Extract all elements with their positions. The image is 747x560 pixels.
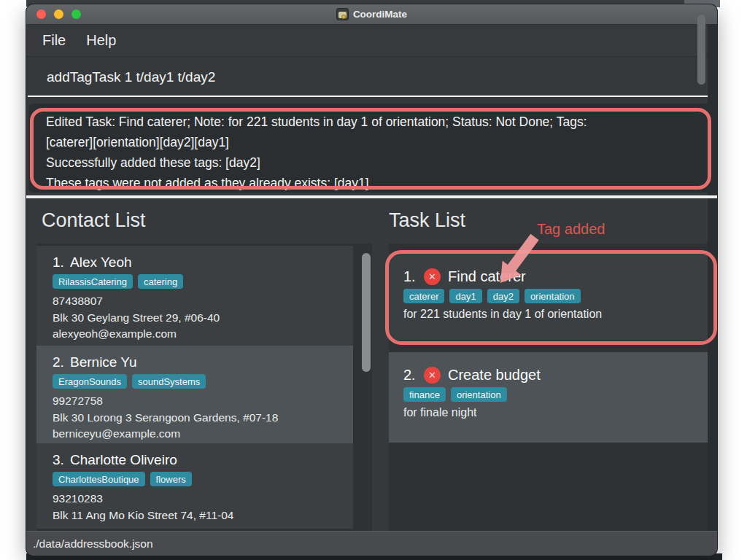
contact-details: 87438807 Blk 30 Geylang Street 29, #06-4…: [53, 293, 343, 343]
contact-index: 3.: [53, 452, 70, 468]
tag-badge: orientation: [525, 289, 581, 303]
tag-badge: soundSystems: [132, 374, 206, 389]
contact-address: Blk 11 Ang Mo Kio Street 74, #11-04: [53, 508, 343, 524]
contact-index: 1.: [53, 254, 70, 271]
contact-address: Blk 30 Lorong 3 Serangoon Gardens, #07-1…: [53, 410, 343, 427]
task-index: 2.: [403, 367, 417, 384]
tag-badge: day1: [449, 289, 481, 303]
x-circle-icon: [424, 367, 441, 384]
contact-card[interactable]: 1.Alex Yeoh RilassisCatering catering 87…: [36, 246, 353, 346]
contact-tags: CharlottesBoutique flowers: [53, 472, 343, 486]
result-line: Edited Task: Find caterer; Note: for 221…: [46, 112, 685, 132]
tag-badge: EragonSounds: [53, 374, 127, 389]
task-tags: caterer day1 day2 orientation: [403, 289, 694, 303]
status-bar: ./data/addressbook.json: [26, 531, 717, 556]
menu-item[interactable]: File: [42, 32, 66, 49]
contact-name-row: 3.Charlotte Oliveiro: [53, 452, 343, 468]
contact-name: Bernice Yu: [70, 354, 137, 370]
contact-list[interactable]: 1.Alex Yeoh RilassisCatering catering 87…: [36, 244, 372, 531]
annotation-tag-added-label: Tag added: [537, 221, 605, 238]
tag-badge: flowers: [150, 472, 192, 486]
section-separator: [26, 195, 717, 198]
tag-badge: CharlottesBoutique: [53, 472, 145, 486]
task-name: Create budget: [448, 367, 541, 384]
calendar-icon: [336, 8, 349, 20]
contact-email: alexyeoh@example.com: [53, 326, 343, 343]
task-name-row: 1. Find caterer: [403, 268, 694, 285]
contact-address: Blk 30 Geylang Street 29, #06-40: [53, 310, 343, 327]
task-note: for finale night: [403, 406, 694, 419]
contact-phone: 93210283: [53, 491, 343, 508]
coordimate-window: CoordiMate File Help Edited Task: Find c…: [26, 4, 717, 556]
contact-index: 2.: [53, 354, 70, 370]
tag-badge: RilassisCatering: [53, 274, 133, 289]
task-cards: 1. Find caterer caterer day1 day2: [389, 254, 708, 443]
window-title: CoordiMate: [353, 9, 407, 20]
title-group: CoordiMate: [336, 8, 407, 20]
contact-name: Alex Yeoh: [70, 254, 132, 270]
task-tags: finance orientation: [403, 387, 694, 402]
result-line: Successfully added these tags: [day2]: [46, 152, 685, 173]
x-circle-icon: [424, 268, 441, 285]
contact-details: 99272758 Blk 30 Lorong 3 Serangoon Garde…: [53, 393, 343, 443]
title-bar[interactable]: CoordiMate: [26, 4, 717, 25]
task-name-row: 2. Create budget: [403, 367, 694, 384]
contact-list-title: Contact List: [42, 209, 146, 232]
close-window-button[interactable]: [36, 9, 46, 19]
result-display[interactable]: Edited Task: Find caterer; Note: for 221…: [28, 104, 714, 192]
command-area: [26, 57, 717, 99]
task-card[interactable]: 1. Find caterer caterer day1 day2: [389, 254, 708, 340]
contact-phone: 87438807: [53, 293, 343, 310]
data-file-path: ./data/addressbook.json: [33, 537, 153, 550]
menu-bar: File Help: [26, 25, 717, 57]
task-list[interactable]: 1. Find caterer caterer day1 day2: [389, 244, 708, 531]
tag-badge: day2: [487, 289, 519, 303]
result-line: These tags were not added as they alread…: [46, 173, 685, 192]
contact-card[interactable]: 2.Bernice Yu EragonSounds soundSystems 9…: [36, 346, 353, 443]
task-index: 1.: [403, 268, 417, 285]
contact-phone: 99272758: [53, 393, 343, 410]
traffic-lights: [36, 9, 81, 19]
window-scrollbar-track[interactable]: [708, 24, 717, 531]
minimize-window-button[interactable]: [54, 9, 63, 19]
contact-name: Charlotte Oliveiro: [70, 452, 177, 467]
contact-email: berniceyu@example.com: [53, 426, 343, 443]
contact-details: 93210283 Blk 11 Ang Mo Kio Street 74, #1…: [53, 491, 343, 524]
contact-card[interactable]: 3.Charlotte Oliveiro CharlottesBoutique …: [36, 443, 353, 529]
contact-name-row: 1.Alex Yeoh: [53, 254, 343, 271]
result-scrollbar-thumb[interactable]: [697, 15, 705, 85]
contact-scrollbar-thumb[interactable]: [362, 253, 371, 372]
result-line: [caterer][orientation][day2][day1]: [46, 132, 685, 152]
tag-badge: finance: [403, 387, 446, 402]
command-input[interactable]: [45, 66, 697, 88]
zoom-window-button[interactable]: [71, 9, 81, 19]
contact-tags: RilassisCatering catering: [53, 274, 343, 289]
task-note: for 221 students in day 1 of orientation: [403, 308, 694, 321]
tag-badge: catering: [138, 274, 183, 289]
tag-badge: orientation: [451, 387, 507, 402]
command-input-underline: [28, 96, 715, 97]
tag-badge: caterer: [403, 289, 444, 303]
contact-cards: 1.Alex Yeoh RilassisCatering catering 87…: [36, 246, 372, 529]
task-name: Find caterer: [448, 268, 526, 285]
menu-item[interactable]: Help: [86, 32, 116, 49]
task-card[interactable]: 2. Create budget finance orientation for…: [389, 352, 708, 443]
contact-tags: EragonSounds soundSystems: [53, 374, 343, 389]
task-list-title: Task List: [389, 209, 465, 232]
contact-name-row: 2.Bernice Yu: [53, 354, 343, 370]
